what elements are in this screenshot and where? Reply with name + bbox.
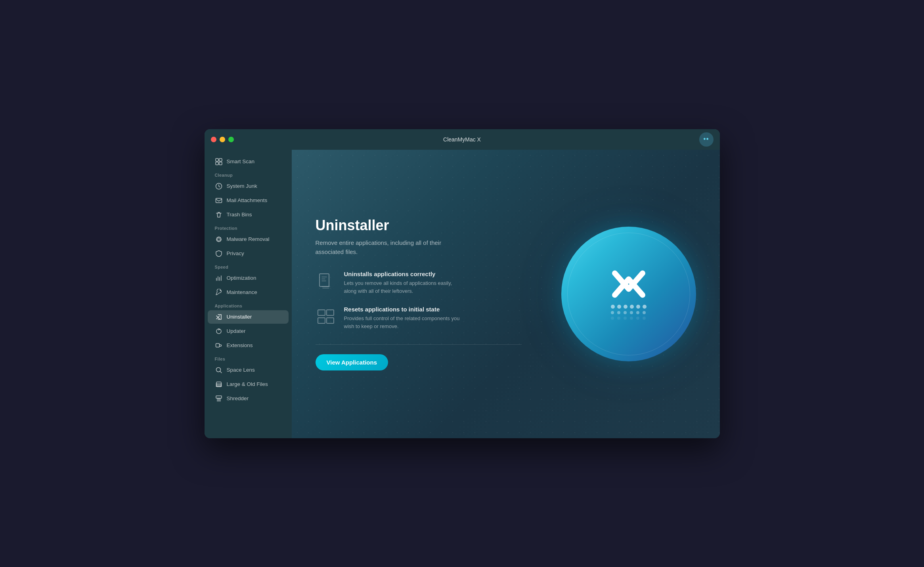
minimize-button[interactable] bbox=[220, 137, 225, 142]
window-title: CleanMyMac X bbox=[443, 136, 481, 143]
sidebar-item-extensions[interactable]: Extensions bbox=[208, 339, 289, 352]
mail-attachments-label: Mail Attachments bbox=[227, 197, 268, 203]
feature-reset-icon bbox=[316, 306, 336, 326]
dot bbox=[643, 305, 647, 309]
sidebar-item-shredder[interactable]: Shredder bbox=[208, 392, 289, 405]
trash-bins-label: Trash Bins bbox=[227, 212, 252, 218]
mail-icon bbox=[215, 197, 223, 204]
dot bbox=[636, 311, 639, 314]
svg-rect-15 bbox=[319, 274, 329, 286]
section-protection: Protection bbox=[205, 222, 292, 232]
svg-rect-0 bbox=[216, 158, 218, 161]
updater-label: Updater bbox=[227, 328, 246, 334]
large-old-files-label: Large & Old Files bbox=[227, 381, 268, 387]
svg-point-12 bbox=[216, 367, 220, 372]
smart-scan-icon bbox=[215, 158, 223, 166]
dot bbox=[624, 311, 627, 314]
sidebar-item-maintenance[interactable]: Maintenance bbox=[208, 286, 289, 299]
section-files: Files bbox=[205, 353, 292, 363]
dot bbox=[636, 317, 639, 320]
feature-uninstall-heading: Uninstalls applications correctly bbox=[344, 271, 463, 277]
x-logo-icon bbox=[609, 268, 649, 300]
divider bbox=[316, 344, 522, 345]
section-speed: Speed bbox=[205, 261, 292, 271]
dot bbox=[643, 317, 646, 320]
optimization-icon bbox=[215, 274, 223, 282]
sidebar-item-privacy[interactable]: Privacy bbox=[208, 247, 289, 260]
dot bbox=[630, 311, 633, 314]
svg-rect-16 bbox=[318, 310, 325, 315]
svg-rect-5 bbox=[216, 198, 222, 202]
dot bbox=[611, 311, 614, 314]
dot bbox=[624, 317, 627, 320]
feature-reset-heading: Resets applications to initial state bbox=[344, 306, 463, 313]
uninstaller-icon bbox=[215, 313, 223, 321]
system-junk-icon bbox=[215, 182, 223, 190]
app-icon-area bbox=[561, 227, 696, 361]
feature-reset-text: Resets applications to initial state Pro… bbox=[344, 306, 463, 330]
view-applications-button[interactable]: View Applications bbox=[316, 354, 388, 370]
svg-rect-11 bbox=[216, 344, 219, 347]
icon-content bbox=[609, 268, 649, 320]
sidebar-item-large-old-files[interactable]: Large & Old Files bbox=[208, 378, 289, 391]
feature-uninstall-description: Lets you remove all kinds of application… bbox=[344, 279, 463, 295]
svg-rect-19 bbox=[327, 318, 334, 323]
svg-rect-13 bbox=[216, 382, 221, 387]
page-subtitle: Remove entire applications, including al… bbox=[316, 239, 450, 256]
uninstaller-label: Uninstaller bbox=[227, 314, 252, 320]
shredder-icon bbox=[215, 395, 223, 403]
dot bbox=[611, 317, 614, 320]
space-lens-label: Space Lens bbox=[227, 367, 255, 373]
feature-item-uninstall: Uninstalls applications correctly Lets y… bbox=[316, 271, 522, 295]
dot bbox=[617, 311, 620, 314]
shredder-label: Shredder bbox=[227, 395, 249, 401]
sidebar-item-smart-scan[interactable]: Smart Scan bbox=[208, 155, 289, 168]
trash-icon bbox=[215, 211, 223, 219]
privacy-icon bbox=[215, 250, 223, 258]
system-junk-label: System Junk bbox=[227, 183, 257, 189]
dots-grid bbox=[611, 305, 647, 320]
maximize-button[interactable] bbox=[228, 137, 234, 142]
close-button[interactable] bbox=[211, 137, 216, 142]
sidebar-item-system-junk[interactable]: System Junk bbox=[208, 179, 289, 193]
dot bbox=[617, 317, 620, 320]
sidebar-item-optimization[interactable]: Optimization bbox=[208, 271, 289, 285]
more-options-button[interactable]: •• bbox=[699, 132, 714, 147]
smart-scan-label: Smart Scan bbox=[227, 158, 255, 164]
dot bbox=[611, 305, 615, 309]
dot bbox=[630, 317, 633, 320]
sidebar: Smart Scan Cleanup System Junk bbox=[205, 150, 292, 438]
section-applications: Applications bbox=[205, 300, 292, 310]
dot bbox=[630, 305, 634, 309]
titlebar: CleanMyMac X •• bbox=[205, 129, 720, 150]
main-panel: Uninstaller Remove entire applications, … bbox=[292, 150, 720, 438]
svg-rect-14 bbox=[216, 396, 222, 398]
content-area: Smart Scan Cleanup System Junk bbox=[205, 150, 720, 438]
sidebar-item-malware-removal[interactable]: Malware Removal bbox=[208, 233, 289, 246]
svg-rect-18 bbox=[318, 318, 325, 323]
page-title: Uninstaller bbox=[316, 217, 522, 234]
sidebar-item-uninstaller[interactable]: Uninstaller bbox=[208, 310, 289, 324]
sidebar-item-space-lens[interactable]: Space Lens bbox=[208, 363, 289, 377]
sidebar-item-updater[interactable]: Updater bbox=[208, 325, 289, 338]
malware-removal-label: Malware Removal bbox=[227, 236, 270, 242]
sidebar-item-trash-bins[interactable]: Trash Bins bbox=[208, 208, 289, 221]
svg-rect-2 bbox=[216, 162, 218, 165]
feature-list: Uninstalls applications correctly Lets y… bbox=[316, 271, 522, 330]
section-cleanup: Cleanup bbox=[205, 169, 292, 179]
feature-reset-description: Provides full control of the related com… bbox=[344, 315, 463, 330]
extensions-icon bbox=[215, 342, 223, 349]
optimization-label: Optimization bbox=[227, 275, 256, 281]
traffic-lights bbox=[211, 137, 234, 142]
svg-rect-3 bbox=[219, 162, 222, 165]
dot bbox=[617, 305, 621, 309]
sidebar-item-mail-attachments[interactable]: Mail Attachments bbox=[208, 194, 289, 207]
svg-rect-17 bbox=[327, 310, 334, 315]
app-icon bbox=[561, 227, 696, 361]
main-description: Uninstaller Remove entire applications, … bbox=[316, 217, 522, 370]
maintenance-label: Maintenance bbox=[227, 289, 257, 295]
updater-icon bbox=[215, 327, 223, 335]
malware-icon bbox=[215, 235, 223, 243]
feature-uninstall-icon bbox=[316, 271, 336, 291]
feature-uninstall-text: Uninstalls applications correctly Lets y… bbox=[344, 271, 463, 295]
